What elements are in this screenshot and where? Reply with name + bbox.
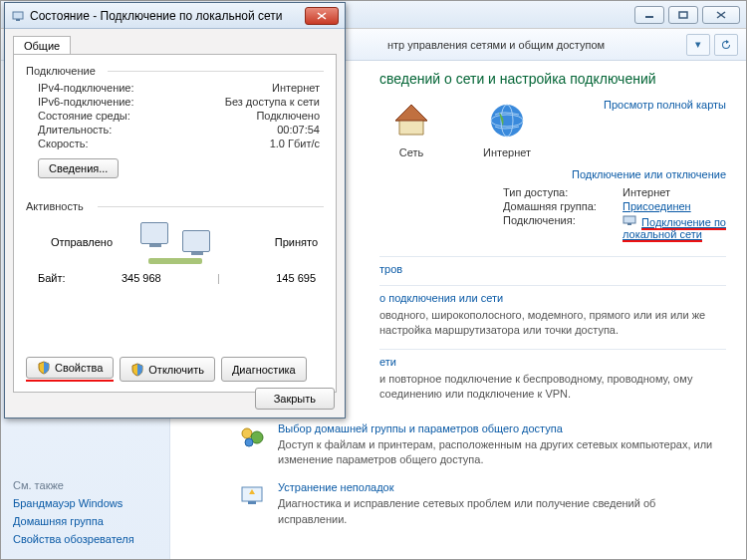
item-link-homegroup[interactable]: Выбор домашней группы и параметров общег… [278,422,563,434]
section-text-setup: оводного, широкополосного, модемного, пр… [379,308,726,339]
globe-icon [485,99,529,142]
map-label-internet: Интернет [483,146,531,158]
map-label-network: Сеть [389,146,433,158]
activity-icon [140,220,210,264]
svg-point-9 [242,428,252,438]
close-button[interactable]: Закрыть [255,388,335,410]
svg-rect-14 [13,12,23,19]
svg-rect-8 [627,223,631,225]
svg-rect-15 [16,19,20,21]
view-full-map-link[interactable]: Просмотр полной карты [604,99,726,111]
svg-rect-1 [679,12,687,18]
svg-point-11 [245,438,253,446]
nic-icon [622,214,636,226]
sent-bytes: 345 968 [122,272,161,284]
dialog-close-button[interactable] [305,7,339,25]
media-value: Подключено [256,110,320,122]
ipv4-label: IPv4-подключение: [38,82,134,94]
disable-button[interactable]: Отключить [120,357,215,382]
ipv6-value: Без доступа к сети [225,96,320,108]
tab-general[interactable]: Общие [13,36,71,55]
details-button[interactable]: Сведения... [38,158,119,178]
shield-icon [37,361,51,375]
section-link-net[interactable]: ети [379,356,396,368]
homegroup-label: Домашняя группа: [503,200,622,212]
sidebar-see-also: См. также [13,479,157,491]
maximize-button[interactable] [668,6,698,24]
bg-close-button[interactable] [702,6,740,24]
shield-icon [130,363,144,377]
received-label: Принято [237,236,322,248]
map-item-network: Сеть [389,99,433,158]
access-type-label: Тип доступа: [503,186,622,198]
connect-disconnect-link[interactable]: Подключение или отключение [572,168,726,180]
speed-value: 1.0 Гбит/с [270,138,320,149]
speed-label: Скорость: [38,138,89,149]
media-label: Состояние среды: [38,110,130,122]
item-text-troubleshoot: Диагностика и исправление сетевых пробле… [278,496,726,527]
minimize-button[interactable] [634,6,664,24]
bytes-label: Байт: [38,272,66,284]
connections-label: Подключения: [503,214,622,240]
sidebar-link-browser[interactable]: Свойства обозревателя [13,533,157,545]
section-text-net: и повторное подключение к беспроводному,… [379,372,726,403]
dialog-titlebar: Состояние - Подключение по локальной сет… [5,3,345,29]
nic-icon [11,9,25,23]
section-link-trov[interactable]: тров [379,263,402,275]
refresh-button[interactable] [714,34,738,56]
troubleshoot-icon [238,481,266,509]
section-link-setup[interactable]: о подключения или сети [379,292,503,304]
group-connection-title: Подключение [26,65,324,77]
ipv4-value: Интернет [272,82,320,94]
item-link-troubleshoot[interactable]: Устранение неполадок [278,481,394,493]
svg-point-4 [491,105,523,137]
sidebar-link-firewall[interactable]: Брандмауэр Windows [13,497,157,509]
received-bytes: 145 695 [276,272,316,284]
svg-rect-13 [248,501,256,504]
item-text-homegroup: Доступ к файлам и принтерам, расположенн… [278,437,726,468]
properties-button[interactable]: Свойства [26,357,114,379]
connection-info-table: Тип доступа:Интернет Домашняя группа:При… [503,186,726,242]
homegroup-icon [238,422,266,450]
map-item-internet: Интернет [483,99,531,158]
homegroup-link[interactable]: Присоединен [622,200,691,212]
ipv6-label: IPv6-подключение: [38,96,134,108]
sent-label: Отправлено [28,236,113,248]
group-activity-title: Активность [26,200,324,212]
status-dialog: Состояние - Подключение по локальной сет… [4,2,346,419]
sidebar-link-homegroup[interactable]: Домашняя группа [13,515,157,527]
diagnostics-button[interactable]: Диагностика [221,357,307,382]
bytes-separator: | [217,272,220,284]
dialog-title: Состояние - Подключение по локальной сет… [30,9,305,23]
dropdown-button[interactable]: ▾ [686,34,710,56]
tab-panel: Подключение IPv4-подключение:Интернет IP… [13,54,337,393]
duration-value: 00:07:54 [277,124,320,136]
access-type-value: Интернет [622,186,670,198]
house-icon [389,99,433,142]
connection-lan-link[interactable]: Подключение полокальной сети [622,216,726,242]
svg-rect-7 [623,216,635,223]
duration-label: Длительность: [38,124,112,136]
